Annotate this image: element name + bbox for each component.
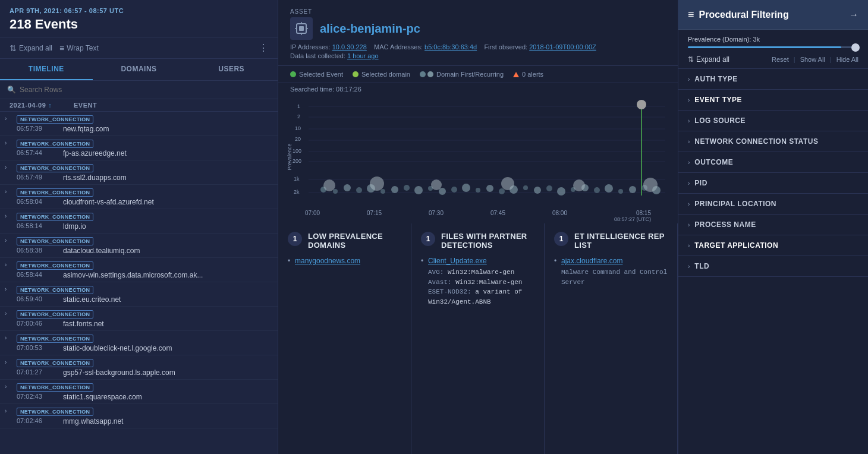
tab-domains[interactable]: DOMAINS [93, 59, 185, 80]
event-time: 07:02:46 [17, 417, 58, 424]
searched-time: Searched time: 08:17:26 [278, 83, 678, 93]
row-expand-icon: › [5, 309, 12, 317]
table-row[interactable]: › NETWORK_CONNECTION 07:01:27 gsp57-ssl-… [0, 355, 278, 380]
ip-address[interactable]: 10.0.30.228 [332, 43, 367, 51]
svg-text:2: 2 [297, 114, 300, 119]
low-prevalence-domain[interactable]: manygoodnews.com [288, 257, 401, 265]
reset-button[interactable]: Reset [772, 56, 789, 63]
event-domain: cloudfront-vs-afd.azurefd.net [63, 198, 154, 206]
event-domain: new.fqtag.com [63, 125, 109, 133]
time-label-0715: 07:15 [367, 210, 382, 222]
filter-row-principal-location[interactable]: › PRINCIPAL LOCATION [678, 194, 868, 214]
hide-all-button[interactable]: Hide All [836, 56, 858, 63]
filter-row-auth-type[interactable]: › AUTH TYPE [678, 69, 868, 89]
svg-rect-1 [299, 26, 304, 31]
filter-outcome: › OUTCOME [678, 152, 868, 173]
svg-point-38 [476, 188, 480, 193]
expand-all-filter-label: Expand all [696, 55, 729, 64]
target-application-chevron-icon: › [688, 242, 690, 249]
et-domain[interactable]: ajax.cloudflare.com [554, 257, 668, 265]
pid-label: PID [694, 179, 707, 187]
selected-domain-label: Selected domain [361, 71, 410, 78]
right-panel: ≡ Procedural Filtering → Prevalence (Dom… [678, 0, 868, 454]
detection-details: AVG: Win32:Malware-gen Avast: Win32:Malw… [421, 267, 534, 307]
table-row[interactable]: › NETWORK_CONNECTION 06:58:14 ldmp.io [0, 209, 278, 234]
prevalence-slider-fill [688, 46, 841, 48]
table-row[interactable]: › NETWORK_CONNECTION 06:57:49 rts.ssl2.d… [0, 160, 278, 185]
svg-point-33 [414, 186, 423, 194]
table-row[interactable]: › NETWORK_CONNECTION 06:58:44 asimov-win… [0, 258, 278, 282]
svg-point-36 [451, 187, 457, 193]
event-badge: NETWORK_CONNECTION [17, 213, 93, 221]
event-time: 06:58:14 [17, 222, 58, 229]
svg-point-59 [643, 178, 658, 192]
filter-row-log-source[interactable]: › LOG SOURCE [678, 111, 868, 131]
event-domain: mmg.whatsapp.net [63, 417, 123, 425]
tab-users[interactable]: USERS [185, 59, 278, 80]
alerts-label: 0 alerts [522, 71, 543, 78]
filter-row-network-connection-status[interactable]: › NETWORK CONNECTION STATUS [678, 131, 868, 152]
domain-dot-1 [420, 71, 426, 77]
search-input[interactable] [20, 86, 271, 94]
selected-event-label: Selected Event [299, 71, 343, 78]
row-expand-icon: › [5, 333, 12, 341]
svg-point-43 [534, 187, 541, 194]
table-row[interactable]: › NETWORK_CONNECTION 07:02:43 static1.sq… [0, 380, 278, 404]
partner-detections-card: 1 FILES WITH PARTNER DETECTIONS Client_U… [411, 223, 545, 454]
network-connection-status-label: NETWORK CONNECTION STATUS [694, 137, 818, 146]
target-application-label: TARGET APPLICATION [694, 241, 778, 250]
asset-row: alice-benjamin-pc [290, 17, 666, 40]
filter-row-process-name[interactable]: › PROCESS NAME [678, 215, 868, 235]
svg-point-45 [557, 187, 565, 196]
date-label: 2021-04-09 [10, 102, 46, 109]
svg-point-32 [404, 185, 410, 191]
table-row[interactable]: › NETWORK_CONNECTION 06:58:04 cloudfront… [0, 185, 278, 209]
show-all-button[interactable]: Show All [800, 56, 825, 63]
et-intelligence-card: 1 ET INTELLIGENCE REP LIST ajax.cloudfla… [545, 223, 678, 454]
table-row[interactable]: › NETWORK_CONNECTION 06:59:40 static.eu.… [0, 282, 278, 307]
row-expand-icon: › [5, 406, 12, 414]
prevalence-slider-thumb[interactable] [851, 43, 860, 52]
tab-timeline[interactable]: TIMELINE [0, 59, 93, 80]
first-observed-value[interactable]: 2018-01-09T00:00:00Z [529, 43, 596, 51]
log-source-chevron-icon: › [688, 118, 690, 124]
table-row[interactable]: › NETWORK_CONNECTION 07:00:46 fast.fonts… [0, 307, 278, 331]
sort-arrow-icon[interactable]: ↑ [48, 102, 52, 109]
detection-file[interactable]: Client_Update.exe [421, 257, 534, 265]
filter-row-tld[interactable]: › TLD [678, 256, 868, 276]
event-time: 06:57:39 [17, 125, 58, 132]
filter-row-outcome[interactable]: › OUTCOME [678, 152, 868, 172]
prevalence-label: Prevalence (Domain): 3k [688, 36, 858, 43]
time-label-0730: 07:30 [429, 210, 444, 222]
event-domain: fast.fonts.net [63, 320, 104, 328]
asset-name[interactable]: alice-benjamin-pc [320, 22, 420, 36]
data-collected-value[interactable]: 1 hour ago [347, 52, 379, 59]
svg-text:20: 20 [295, 136, 301, 142]
table-row[interactable]: › NETWORK_CONNECTION 06:57:39 new.fqtag.… [0, 112, 278, 136]
filter-row-event-type[interactable]: › EVENT TYPE [678, 90, 868, 110]
domain-first-label: Domain First/Recurring [436, 71, 504, 78]
filter-process-name: › PROCESS NAME [678, 215, 868, 235]
expand-all-button[interactable]: ⇅ Expand all [10, 43, 52, 53]
table-row[interactable]: › NETWORK_CONNECTION 07:00:53 static-dou… [0, 331, 278, 355]
legend-selected-domain: Selected domain [353, 71, 410, 78]
column-headers: 2021-04-09 ↑ EVENT [0, 99, 278, 112]
event-badge: NETWORK_CONNECTION [17, 335, 93, 343]
arrow-right-icon[interactable]: → [849, 10, 858, 20]
table-row[interactable]: › NETWORK_CONNECTION 07:02:46 mmg.whatsa… [0, 404, 278, 428]
expand-all-filter-button[interactable]: ⇅ Expand all [688, 55, 729, 64]
event-badge: NETWORK_CONNECTION [17, 261, 93, 270]
filter-row-target-application[interactable]: › TARGET APPLICATION [678, 235, 868, 256]
mac-address[interactable]: b5:0c:8b:30:63:4d [424, 43, 477, 51]
svg-text:2k: 2k [294, 189, 300, 195]
prevalence-slider-track [688, 46, 858, 48]
table-row[interactable]: › NETWORK_CONNECTION 06:58:38 datacloud.… [0, 234, 278, 258]
table-row[interactable]: › NETWORK_CONNECTION 06:57:44 fp-as.azur… [0, 136, 278, 160]
event-time: 06:57:49 [17, 174, 58, 181]
domain-dot-2 [427, 71, 433, 77]
more-options-button[interactable]: ⋮ [259, 42, 268, 53]
svg-point-58 [573, 179, 585, 191]
filter-row-pid[interactable]: › PID [678, 173, 868, 193]
auth-type-label: AUTH TYPE [694, 75, 738, 83]
wrap-text-button[interactable]: ≡ Wrap Text [59, 43, 99, 53]
